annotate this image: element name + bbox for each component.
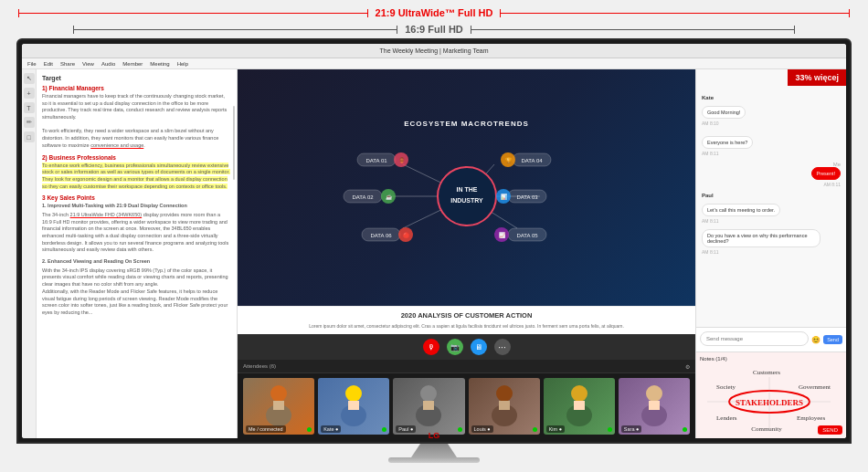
chat-sender-kate-1: Kate: [702, 95, 841, 100]
svg-text:📈: 📈: [498, 232, 505, 239]
lg-logo: LG: [429, 431, 440, 440]
chat-bubble-kate-1: Good Morning!: [702, 106, 746, 119]
ecosystem-title: ECOSYSTEM MACROTRENDS: [404, 120, 529, 128]
middle-presentation-panel: ECOSYSTEM MACROTRENDS I: [238, 69, 695, 438]
video-button[interactable]: 📷: [447, 339, 463, 355]
screen-menubar[interactable]: File Edit Share View Audio Member Meetin…: [22, 58, 846, 69]
svg-text:Society: Society: [716, 383, 736, 391]
toolbar-add-icon[interactable]: +: [24, 88, 35, 99]
svg-rect-44: [499, 401, 510, 410]
mic-button[interactable]: 🎙: [423, 339, 439, 355]
attendee-paul-status: [458, 427, 462, 432]
meeting-controls-bar: 🎙 📷 🖥 ···: [238, 334, 695, 360]
attendee-louis: Louis ●: [469, 378, 540, 435]
chat-time-kate-2: AM 8:11: [702, 151, 841, 156]
doc-section-2: 2) Business Professionals To enhance wor…: [42, 154, 231, 191]
svg-point-39: [420, 385, 437, 402]
attendees-settings-icon[interactable]: ⚙: [685, 363, 690, 370]
notes-whiteboard-area: Notes (1/4) Customers Society Government: [696, 351, 846, 438]
chat-bubble-kate-2: Everyone is here?: [702, 136, 753, 149]
svg-text:DATA 06: DATA 06: [370, 233, 392, 238]
fullhd-line-right: [471, 29, 795, 30]
attendee-sara: Sara ●: [619, 378, 690, 435]
doc-title: Target: [42, 75, 231, 81]
chat-messages-area: Kate Good Morning! AM 8:10 Everyone is h…: [696, 69, 846, 327]
menu-meeting[interactable]: Meeting: [150, 61, 169, 67]
attendee-sara-label: Sara ●: [621, 425, 641, 433]
attendee-paul: Paul ●: [393, 378, 464, 435]
svg-rect-35: [273, 401, 284, 410]
svg-point-6: [438, 167, 496, 226]
chat-input-field[interactable]: [700, 331, 809, 346]
chat-group-paul-2: Do you have a view on why this performan…: [702, 229, 841, 255]
svg-text:📊: 📊: [500, 194, 507, 201]
toolbar-pen-icon[interactable]: ✏: [24, 117, 35, 128]
attendees-strip: Me / connected Kate ●: [238, 372, 695, 438]
chat-bubble-me: Present!: [811, 167, 841, 180]
attendees-header: Attendees (6) ⚙: [238, 360, 695, 372]
notes-send-button[interactable]: SEND: [818, 425, 842, 435]
attendee-sara-avatar: [636, 381, 672, 431]
attendee-me-status: [307, 427, 312, 432]
svg-rect-41: [423, 401, 434, 410]
svg-text:🏺: 🏺: [397, 157, 405, 164]
attendee-paul-avatar: [410, 381, 447, 431]
svg-text:Employees: Employees: [797, 414, 825, 422]
doc-section-1-title: 1) Financial Managers: [42, 85, 231, 91]
toolbar-text-icon[interactable]: T: [24, 102, 35, 113]
toolbar-shape-icon[interactable]: □: [24, 131, 35, 142]
menu-view[interactable]: View: [82, 61, 94, 67]
share-button[interactable]: 🖥: [471, 339, 487, 355]
percentage-badge: 33% więcej: [788, 69, 846, 86]
attendee-kate: Kate ●: [318, 378, 389, 435]
left-document-panel: Target 1) Financial Managers Financial m…: [37, 69, 238, 438]
svg-text:DATA 04: DATA 04: [521, 158, 543, 163]
fullhd-line-left: [73, 29, 397, 30]
svg-point-45: [571, 385, 587, 402]
svg-text:INDUSTRY: INDUSTRY: [450, 197, 483, 204]
menu-audio[interactable]: Audio: [101, 61, 115, 67]
svg-rect-47: [574, 401, 585, 410]
doc-section-reading-text: With the 34-inch IPS display covering sR…: [42, 267, 231, 317]
chat-time-kate-1: AM 8:10: [702, 121, 841, 126]
menu-help[interactable]: Help: [177, 61, 188, 67]
more-button[interactable]: ···: [494, 339, 511, 355]
left-toolbar: ↖ + T ✏ □: [22, 69, 37, 438]
analysis-text: Lorem ipsum dolor sit amet, consectetur …: [245, 323, 688, 330]
monitor-body: The Weekly Meeting | Marketing Team File…: [16, 38, 852, 444]
attendee-kate-avatar: [335, 381, 372, 431]
menu-share[interactable]: Share: [60, 61, 75, 67]
ecosystem-svg: IN THE INDUSTRY DATA 01 🏺 DATA 02: [339, 137, 595, 256]
menu-file[interactable]: File: [27, 61, 37, 67]
svg-text:☕: ☕: [385, 194, 392, 201]
scrollbar[interactable]: [233, 106, 235, 180]
svg-point-42: [496, 385, 513, 402]
svg-text:DATA 05: DATA 05: [516, 233, 538, 238]
ecosystem-diagram-area: ECOSYSTEM MACROTRENDS I: [238, 69, 695, 306]
svg-point-36: [345, 385, 362, 402]
doc-section-1: 1) Financial Managers Financial managers…: [42, 85, 231, 150]
toolbar-cursor-icon[interactable]: ↖: [24, 73, 35, 84]
svg-rect-38: [348, 401, 359, 410]
svg-text:🏆: 🏆: [504, 157, 512, 164]
emoji-icon[interactable]: 😊: [811, 336, 820, 344]
attendee-kate-label: Kate ●: [321, 425, 341, 433]
chat-bubble-paul-1: Let's call this meeting to order.: [702, 204, 780, 216]
attendee-sara-status: [683, 427, 687, 432]
menu-member[interactable]: Member: [122, 61, 143, 67]
doc-section-3-sub1: 1. Improved Multi-Tasking with 21:9 Dual…: [42, 203, 231, 210]
attendee-kim-status: [608, 427, 612, 432]
screen-main-content: ↖ + T ✏ □ Target 1) Financial Managers F…: [22, 69, 846, 438]
chat-group-me: Me Present! AM 8:11: [702, 162, 841, 187]
fullhd-label: 16:9 Full HD: [397, 24, 471, 35]
attendee-louis-avatar: [486, 381, 523, 431]
doc-section-reading-title: 2. Enhanced Viewing and Reading On Scree…: [42, 258, 231, 266]
svg-text:DATA 01: DATA 01: [365, 158, 387, 163]
menu-edit[interactable]: Edit: [44, 61, 53, 67]
svg-text:DATA 03: DATA 03: [516, 194, 538, 200]
doc-section-3: 3 Key Sales Points 1. Improved Multi-Tas…: [42, 194, 231, 254]
svg-point-48: [646, 385, 662, 402]
svg-text:IN THE: IN THE: [456, 186, 477, 193]
attendee-me-avatar: [260, 381, 297, 431]
chat-send-button[interactable]: Send: [823, 335, 842, 344]
